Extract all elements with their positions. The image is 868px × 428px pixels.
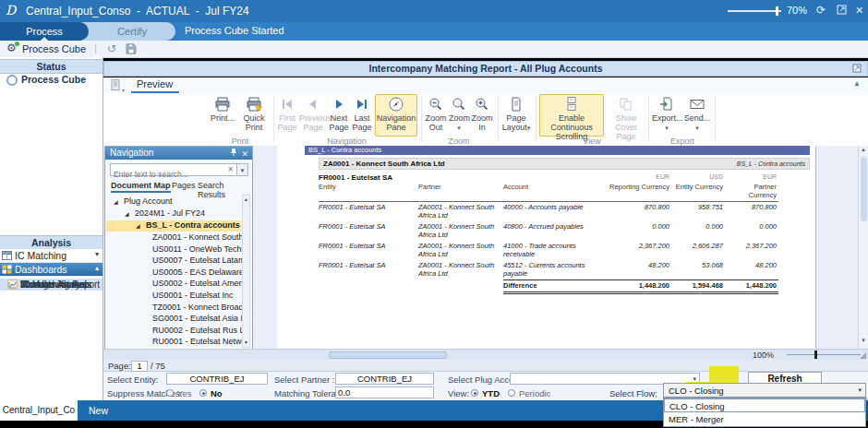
export-icon bbox=[652, 96, 681, 113]
table-row: FR0001 - Eutelsat SA ZA0001 - Konnect So… bbox=[319, 260, 778, 280]
tree-node-plug-account[interactable]: ◢ BS_L - Contra accounts bbox=[106, 220, 241, 232]
suppress-yes-radio[interactable] bbox=[166, 389, 174, 397]
tab-certify[interactable]: Certify bbox=[81, 22, 175, 41]
first-page-icon bbox=[276, 96, 298, 113]
scroll-down-icon[interactable]: ▼ bbox=[861, 338, 866, 343]
scroll-down-icon[interactable]: ▼ bbox=[244, 339, 248, 345]
page-number-input[interactable] bbox=[131, 361, 148, 372]
ribbon-group-view: View bbox=[539, 137, 645, 146]
sidebar-item-dashboards[interactable]: Dashboards ▴ bbox=[0, 263, 102, 277]
collapse-ribbon-icon[interactable]: ▲ bbox=[853, 79, 861, 88]
save-icon[interactable] bbox=[126, 43, 137, 56]
tree-node-entity[interactable]: US0011 - OneWeb Technolo.. bbox=[106, 244, 242, 256]
zoom-button[interactable]: Zoom ▾ bbox=[449, 95, 469, 136]
undo-icon[interactable]: ↺ bbox=[107, 42, 116, 55]
tab-preview[interactable]: Preview bbox=[137, 78, 173, 89]
chart-icon bbox=[7, 279, 18, 296]
search-options-dropdown[interactable]: ▾ bbox=[237, 163, 248, 176]
process-cube-button[interactable]: Process Cube bbox=[22, 43, 86, 54]
tree-scrollbar[interactable]: ▲ ▼ bbox=[242, 195, 250, 348]
taskbar-tab-new[interactable]: New bbox=[89, 400, 108, 421]
tree-node-entity[interactable]: RU0002 - Eutelsat Rus LLC bbox=[106, 326, 242, 338]
app-zoom-slider-handle[interactable] bbox=[776, 6, 778, 16]
tree-node-entity[interactable]: TZ0001 - Konnect Broadban.. bbox=[106, 303, 242, 315]
show-cover-page-button[interactable]: Show Cover Page bbox=[608, 95, 645, 136]
compass-icon bbox=[376, 96, 416, 113]
select-entity-input[interactable] bbox=[166, 373, 268, 385]
preview-zoom-slider-handle[interactable] bbox=[814, 351, 817, 359]
tree-expand-icon[interactable]: ◢ bbox=[114, 198, 118, 205]
tree-node-entity[interactable]: US0002 - Eutelsat America... bbox=[106, 279, 242, 291]
tree-node-entity[interactable]: ZA0001 - Konnect South Afr.. bbox=[106, 232, 242, 244]
view-periodic-label: Periodic bbox=[519, 388, 550, 398]
navigation-pane-button[interactable]: Navigation Pane bbox=[375, 94, 417, 137]
tree-node-entity[interactable]: RU0001 - Eutelsat Networks... bbox=[106, 337, 242, 348]
workflow-status-text: Process Cube Started bbox=[185, 25, 284, 36]
view-periodic-radio[interactable] bbox=[508, 389, 515, 397]
page-layout-button[interactable]: Page Layout▾ bbox=[500, 95, 532, 136]
first-page-button[interactable]: First Page bbox=[276, 95, 298, 136]
refresh-icon[interactable]: ⟳ bbox=[816, 4, 826, 17]
tab-document-map[interactable]: Document Map bbox=[111, 181, 171, 193]
tree-node-root[interactable]: ◢ Plug Account bbox=[106, 196, 242, 208]
matching-tolerance-input[interactable] bbox=[335, 386, 434, 398]
select-flow-dropdown-list: CLO - ClosingMER - Merger bbox=[663, 398, 866, 427]
tab-pages[interactable]: Pages bbox=[172, 181, 196, 190]
tree-node-period[interactable]: ◢ 2024M1 - Jul FY24 bbox=[106, 208, 242, 220]
flow-option[interactable]: CLO - Closing bbox=[664, 398, 865, 412]
expand-panel-icon[interactable] bbox=[852, 64, 862, 77]
zoom-in-button[interactable]: Zoom In bbox=[470, 95, 494, 136]
suppress-no-radio[interactable] bbox=[199, 389, 207, 397]
preview-zoom-percent: 100% bbox=[753, 351, 774, 360]
sidebar-item-process-cube[interactable]: Process Cube bbox=[0, 73, 102, 86]
tree-expand-icon[interactable]: ◢ bbox=[125, 210, 129, 217]
navigation-search-box[interactable]: ✕ bbox=[110, 163, 237, 176]
quick-print-button[interactable]: Quick Print bbox=[238, 95, 270, 136]
next-page-button[interactable]: Next Page bbox=[328, 95, 350, 136]
group-header-flow: BS_L - Contra accounts bbox=[737, 160, 805, 167]
flow-option[interactable]: MER - Merger bbox=[664, 412, 865, 426]
zoom-out-button[interactable]: Zoom Out bbox=[424, 95, 448, 136]
clear-search-icon[interactable]: ✕ bbox=[227, 165, 234, 173]
preview-zoom-slider[interactable] bbox=[787, 354, 861, 355]
view-ytd-radio[interactable] bbox=[471, 389, 478, 397]
scrollbar-thumb[interactable] bbox=[861, 157, 867, 221]
enable-continuous-scrolling-button[interactable]: Enable Continuous Scrolling bbox=[539, 94, 604, 137]
sidebar-item-ic-matching[interactable]: IC Matching ▾ bbox=[0, 249, 102, 263]
preview-vertical-scrollbar[interactable]: ▲ ▼ bbox=[858, 146, 868, 349]
scroll-up-icon[interactable]: ▲ bbox=[244, 196, 248, 202]
navigation-panel-titlebar[interactable]: Navigation ✕ bbox=[105, 147, 252, 160]
horizontal-scrollbar-thumb[interactable] bbox=[329, 351, 447, 359]
app-zoom-slider[interactable] bbox=[728, 10, 781, 12]
popout-window-icon[interactable] bbox=[837, 5, 847, 18]
export-button[interactable]: Export... ▾ bbox=[652, 95, 681, 136]
preview-content-area: BS_L - Contra accounts ZA0001 - Konnect … bbox=[103, 146, 868, 349]
status-header: Status bbox=[0, 59, 102, 74]
zoom-out-icon bbox=[424, 96, 448, 113]
next-page-icon bbox=[328, 96, 350, 113]
report-panel-title: Intercompany Matching Report - All Plug … bbox=[369, 63, 603, 74]
resize-grip[interactable] bbox=[860, 352, 866, 359]
last-page-button[interactable]: Last Page bbox=[351, 95, 373, 136]
dashboard-item[interactable]: Workflow Status bbox=[0, 279, 102, 291]
close-icon[interactable]: ✕ bbox=[855, 4, 863, 17]
print-button[interactable]: Print... bbox=[209, 95, 236, 136]
select-partner-input[interactable] bbox=[335, 373, 434, 385]
tree-node-entity[interactable]: US0001 - Eutelsat Inc bbox=[106, 291, 242, 303]
tab-process[interactable]: Process bbox=[0, 22, 89, 41]
tree-expand-icon[interactable]: ◢ bbox=[136, 222, 140, 229]
search-input[interactable] bbox=[111, 170, 217, 180]
close-icon[interactable]: ✕ bbox=[241, 148, 248, 160]
tree-node-entity[interactable]: SG0001 - Eutelsat Asia Pte. L. bbox=[106, 314, 242, 326]
select-flow-combo[interactable]: CLO - Closing ▾ bbox=[663, 383, 866, 398]
window-title: Central_Input_Conso - ACTUAL - Jul FY24 bbox=[26, 5, 249, 18]
send-button[interactable]: Send... ▾ bbox=[683, 95, 711, 136]
tree-node-entity[interactable]: US0007 - Eutelsat Latam corp bbox=[106, 256, 242, 268]
taskbar-tab-active[interactable]: Central_Input_Co bbox=[0, 400, 78, 421]
pin-icon[interactable] bbox=[230, 148, 237, 160]
scroll-up-icon[interactable]: ▲ bbox=[861, 147, 866, 152]
previous-page-button[interactable]: Previous Page bbox=[299, 95, 327, 136]
chevron-up-icon[interactable]: ▴ bbox=[95, 264, 99, 272]
chevron-down-icon[interactable]: ▾ bbox=[95, 250, 99, 258]
tree-node-entity[interactable]: US0005 - EAS Delaware Corp bbox=[106, 268, 242, 279]
